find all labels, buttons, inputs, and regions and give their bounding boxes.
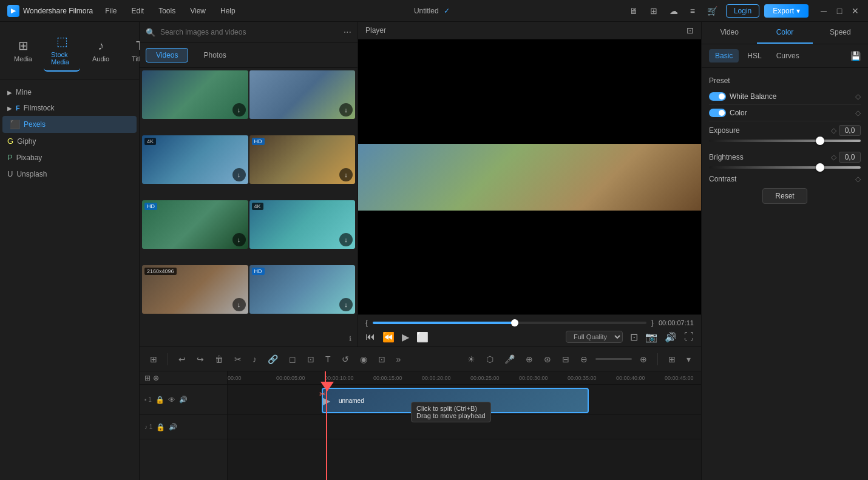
media-thumb-1[interactable]: ↓ <box>142 70 248 119</box>
menu-help[interactable]: Help <box>218 5 238 16</box>
audio-vol-icon[interactable]: 🔊 <box>169 423 177 431</box>
sidebar-item-pixabay[interactable]: P Pixabay <box>0 149 139 166</box>
tab-video[interactable]: Video <box>702 22 757 44</box>
tab-speed[interactable]: Speed <box>813 22 868 44</box>
zoom-slider[interactable] <box>595 358 632 360</box>
tl-face-icon[interactable]: ⊛ <box>541 353 554 366</box>
tl-more-tools-icon[interactable]: » <box>393 353 404 366</box>
tl-link-icon[interactable]: 🔗 <box>265 353 281 366</box>
tl-audio-icon[interactable]: ♪ <box>249 353 260 366</box>
monitor-icon[interactable]: 🖥 <box>626 5 642 17</box>
search-input[interactable] <box>160 28 339 36</box>
go-start-button[interactable]: ⏮ <box>365 331 375 342</box>
play-button[interactable]: ▶ <box>402 331 409 343</box>
color-toggle[interactable] <box>709 109 726 117</box>
exposure-keyframe-icon[interactable]: ◇ <box>831 126 836 135</box>
tl-crop-icon[interactable]: ◻ <box>286 353 299 366</box>
save-preset-icon[interactable]: 💾 <box>850 51 861 61</box>
sidebar-item-pexels[interactable]: ⬛ Pexels <box>2 116 137 133</box>
download-icon-4[interactable]: ↓ <box>339 168 353 181</box>
media-thumb-5[interactable]: HD ↓ <box>142 200 248 249</box>
media-thumb-7[interactable]: 2160x4096 ↓ <box>142 265 248 314</box>
tl-pip2-icon[interactable]: ⊟ <box>559 353 572 366</box>
link-track-icon[interactable]: ⊕ <box>153 374 159 382</box>
snapshot2-button[interactable]: 📷 <box>645 331 657 343</box>
progress-thumb[interactable] <box>511 319 518 326</box>
menu-edit[interactable]: Edit <box>129 5 147 16</box>
fullscreen-button[interactable]: ⛶ <box>684 331 694 342</box>
download-icon-8[interactable]: ↓ <box>339 298 353 311</box>
search-more-icon[interactable]: ··· <box>344 27 351 38</box>
sub-tab-basic[interactable]: Basic <box>709 49 739 63</box>
sub-tab-hsl[interactable]: HSL <box>741 49 767 63</box>
cloud-icon[interactable]: ☁ <box>666 5 682 17</box>
tl-layout-grid-icon[interactable]: ⊞ <box>147 353 160 366</box>
tl-minus-zoom-icon[interactable]: ⊖ <box>577 353 591 366</box>
tab-videos[interactable]: Videos <box>146 48 188 63</box>
bracket-close-icon[interactable]: } <box>651 319 654 327</box>
exposure-slider-thumb[interactable] <box>816 137 824 145</box>
menu-view[interactable]: View <box>188 5 208 16</box>
sidebar-item-mine[interactable]: ▶ Mine <box>0 84 139 100</box>
tl-redo-icon[interactable]: ↪ <box>194 353 207 366</box>
cart-icon[interactable]: 🛒 <box>704 5 721 17</box>
media-thumb-2[interactable]: ↓ <box>249 70 356 119</box>
menu-tools[interactable]: Tools <box>156 5 178 16</box>
tab-photos[interactable]: Photos <box>193 48 236 63</box>
tl-rotate-icon[interactable]: ↺ <box>339 353 352 366</box>
tl-delete-icon[interactable]: 🗑 <box>212 353 226 366</box>
download-icon-1[interactable]: ↓ <box>232 103 246 117</box>
login-button[interactable]: Login <box>726 4 759 18</box>
reset-button[interactable]: Reset <box>762 188 807 204</box>
tl-pip-icon[interactable]: ⊡ <box>375 353 388 366</box>
eye-icon-1[interactable]: 👁 <box>168 396 175 404</box>
minimize-button[interactable]: ─ <box>818 6 829 16</box>
tl-circle-icon[interactable]: ◉ <box>357 353 370 366</box>
menu-file[interactable]: File <box>103 5 119 16</box>
vol-icon-1[interactable]: 🔊 <box>179 396 188 404</box>
player-fullscreen-icon[interactable]: ⊡ <box>687 25 694 35</box>
tl-chevron-down-icon[interactable]: ▾ <box>683 353 694 366</box>
lock-icon-1[interactable]: 🔒 <box>155 396 164 404</box>
media-thumb-3[interactable]: 4K ↓ <box>142 135 248 184</box>
export-button[interactable]: Export ▾ <box>764 4 809 18</box>
close-button[interactable]: ✕ <box>850 6 861 16</box>
tab-color[interactable]: Color <box>757 22 812 44</box>
sidebar-item-giphy[interactable]: G Giphy <box>0 133 139 149</box>
tl-sun-icon[interactable]: ☀ <box>464 353 478 366</box>
white-balance-keyframe-icon[interactable]: ◇ <box>855 92 861 101</box>
toolbar-item-media[interactable]: ⊞ Media <box>5 33 41 67</box>
exposure-value[interactable]: 0,0 <box>839 125 861 136</box>
tl-cut-icon[interactable]: ✂ <box>231 353 245 366</box>
brightness-slider-thumb[interactable] <box>816 163 824 172</box>
brightness-value[interactable]: 0,0 <box>839 152 861 163</box>
tl-grid-icon[interactable]: ⊞ <box>665 353 679 366</box>
tl-undo-icon[interactable]: ↩ <box>175 353 189 366</box>
sidebar-item-unsplash[interactable]: U Unsplash <box>0 166 139 182</box>
toolbar-item-audio[interactable]: ♪ Audio <box>83 34 119 67</box>
exposure-slider-track[interactable] <box>709 140 861 142</box>
white-balance-toggle[interactable] <box>709 92 726 101</box>
download-icon-7[interactable]: ↓ <box>232 298 246 311</box>
add-track-icon[interactable]: ⊞ <box>144 374 151 382</box>
split-scissors-icon[interactable]: ✂ <box>319 390 326 399</box>
quality-select[interactable]: Full Quality <box>566 331 623 343</box>
audio-lock-icon[interactable]: 🔒 <box>156 423 165 431</box>
download-icon-5[interactable]: ↓ <box>232 233 246 246</box>
color-keyframe-icon[interactable]: ◇ <box>855 109 861 117</box>
frame-back-button[interactable]: ⏪ <box>382 331 395 343</box>
menu-icon[interactable]: ≡ <box>687 5 699 17</box>
toolbar-item-stock-media[interactable]: ⬚ Stock Media <box>44 29 80 72</box>
tl-shield-icon[interactable]: ⬡ <box>483 353 497 366</box>
brightness-slider-track[interactable] <box>709 166 861 169</box>
media-thumb-6[interactable]: 4K ↓ <box>249 200 356 249</box>
download-icon-2[interactable]: ↓ <box>339 103 353 117</box>
bracket-open-icon[interactable]: { <box>365 319 368 327</box>
tl-mic-icon[interactable]: 🎤 <box>501 353 518 366</box>
volume-button[interactable]: 🔊 <box>665 331 677 343</box>
tl-resize-icon[interactable]: ⊡ <box>304 353 317 366</box>
contrast-keyframe-icon[interactable]: ◇ <box>855 175 861 183</box>
sidebar-item-filmstock[interactable]: ▶ F Filmstock <box>0 100 139 116</box>
progress-bar[interactable] <box>373 322 646 324</box>
maximize-button[interactable]: □ <box>834 6 845 16</box>
